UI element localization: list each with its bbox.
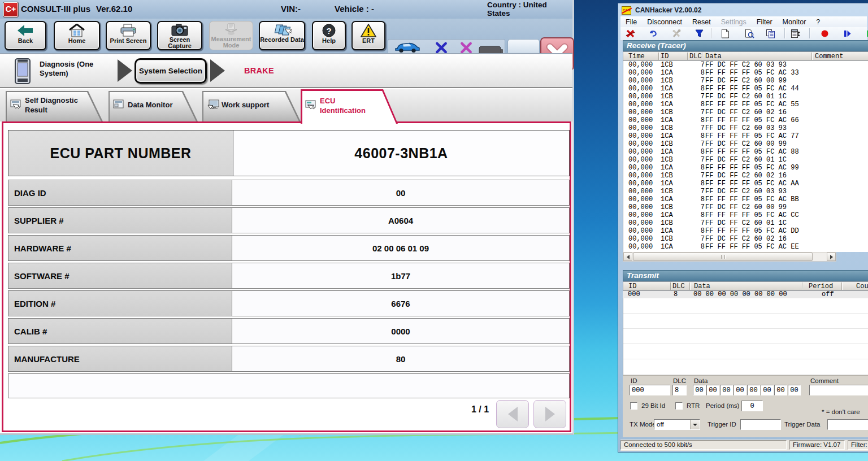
receive-row[interactable]: 00,0001CA8FF FF FF FF 05 FC AC 44 — [623, 85, 868, 93]
col-dlc[interactable]: DLC — [689, 53, 702, 60]
tx-mode-label: TX Mode — [630, 421, 656, 428]
receive-cell-data: FF DC FF C2 60 00 99 — [705, 140, 787, 148]
copy-button[interactable] — [765, 28, 776, 39]
reset-button[interactable] — [648, 28, 658, 39]
receive-row[interactable]: 00,0001CA8FF FF FF FF 05 FC AC CC — [623, 211, 868, 219]
receive-row[interactable]: 00,0001CB7FF DC FF C2 60 03 93 — [623, 124, 868, 132]
receive-row[interactable]: 00,0001CA8FF FF FF FF 05 FC AC 99 — [623, 164, 868, 172]
period-input[interactable] — [741, 401, 763, 411]
receive-row[interactable]: 00,0001CA8FF FF FF FF 05 FC AC 77 — [623, 132, 868, 140]
menu-item-filter[interactable]: Filter — [752, 18, 778, 26]
receive-row[interactable]: 00,0001CA8FF FF FF FF 05 FC AC BB — [623, 195, 868, 203]
receive-row[interactable]: 00,0001CB7FF DC FF C2 60 01 1C — [623, 93, 868, 101]
recorded-data-button[interactable]: Recorded Data — [259, 21, 305, 50]
col-id[interactable]: ID — [628, 282, 636, 290]
menu-item-monitor[interactable]: Monitor — [778, 18, 811, 26]
transmit-row[interactable]: 000 8 00 00 00 00 00 00 00 00 off — [623, 291, 868, 298]
tab-work-support[interactable]: Work support — [202, 91, 301, 121]
toolbar-separator — [711, 28, 711, 38]
step-play-icon — [843, 29, 852, 38]
menu-item-file[interactable]: File — [620, 18, 642, 26]
print-screen-button[interactable]: Print Screen — [106, 21, 151, 50]
tab-self-diagnostic-result[interactable]: Self Diagnostic Result — [6, 91, 103, 121]
scroll-left-button[interactable] — [623, 253, 632, 261]
canhacker-title: CANHacker V2.00.02 — [635, 6, 701, 14]
home-label: Home — [55, 38, 99, 44]
col-comment[interactable]: Comment — [815, 53, 843, 60]
tx-data-byte-input[interactable] — [774, 385, 787, 395]
receive-row[interactable]: 00,0001CA8FF FF FF FF 05 FC AC 66 — [623, 116, 868, 124]
receive-row[interactable]: 00,0001CA8FF FF FF FF 05 FC AC 55 — [623, 101, 868, 108]
scrollbar-thumb[interactable] — [633, 253, 813, 261]
col-id[interactable]: ID — [661, 53, 669, 60]
receive-cell-data: FF FF FF FF 05 FC AC DD — [705, 227, 799, 235]
disconnect-button[interactable] — [625, 28, 636, 39]
receive-row[interactable]: 00,0001CA8FF FF FF FF 05 FC AC EE — [623, 243, 868, 251]
tx-data-byte-input[interactable] — [788, 385, 801, 395]
receive-row[interactable]: 00,0001CB7FF DC FF C2 60 01 1C — [623, 219, 868, 227]
col-period[interactable]: Period — [809, 282, 833, 290]
receive-row[interactable]: 00,0001CB7FF DC FF C2 60 03 93 — [623, 61, 868, 69]
receive-row[interactable]: 00,0001CA8FF FF FF FF 05 FC AC DD — [623, 227, 868, 235]
dropdown-button[interactable] — [690, 420, 700, 429]
tx-mode-dropdown[interactable]: off — [654, 419, 700, 430]
receive-row[interactable]: 00,0001CB7FF DC FF C2 60 02 16 — [623, 108, 868, 116]
ert-button[interactable]: ERT — [351, 21, 385, 50]
tx-dlc-input[interactable] — [672, 385, 687, 395]
menu-item-disconnect[interactable]: Disconnect — [642, 18, 687, 26]
scroll-right-button[interactable] — [827, 253, 836, 261]
system-selection-button[interactable]: System Selection — [134, 58, 207, 84]
trigger-id-input[interactable] — [740, 419, 781, 430]
tab-data-monitor[interactable]: Data Monitor — [108, 91, 198, 121]
step-button[interactable] — [842, 28, 853, 39]
record-button[interactable] — [819, 28, 830, 39]
tx-data-byte-input[interactable] — [761, 385, 774, 395]
home-button[interactable]: Home — [54, 21, 100, 50]
filter-button[interactable] — [694, 28, 705, 39]
receive-cell-time: 00,000 — [628, 219, 653, 227]
29bit-id-checkbox[interactable] — [630, 402, 637, 410]
screen-capture-button[interactable]: Screen Capture — [157, 21, 202, 50]
col-time[interactable]: Time — [628, 53, 645, 60]
tx-comment-input[interactable] — [809, 385, 868, 395]
back-button[interactable]: Back — [5, 21, 46, 50]
col-data[interactable]: Data — [705, 53, 722, 60]
rtr-checkbox[interactable] — [675, 402, 683, 410]
menu-item-reset[interactable]: Reset — [687, 18, 716, 26]
tx-id-input[interactable] — [630, 385, 670, 395]
receive-row[interactable]: 00,0001CB7FF DC FF C2 60 02 16 — [623, 235, 868, 243]
receive-row[interactable]: 00,0001CA8FF FF FF FF 05 FC AC 88 — [623, 148, 868, 156]
previous-page-button[interactable] — [496, 400, 529, 428]
receive-row[interactable]: 00,0001CB7FF DC FF C2 60 02 16 — [623, 172, 868, 180]
tx-data-byte-input[interactable] — [693, 385, 706, 395]
receive-row[interactable]: 00,0001CA8FF FF FF FF 05 FC AC AA — [623, 180, 868, 188]
col-data[interactable]: Data — [694, 282, 710, 290]
receive-cell-dlc: 8 — [693, 116, 705, 124]
receive-cell-data: FF DC FF C2 60 03 93 — [705, 61, 787, 69]
help-button[interactable]: ? Help — [312, 21, 346, 50]
ecu-table-row: DIAG ID00 — [8, 180, 570, 206]
tx-data-byte-input[interactable] — [747, 385, 760, 395]
start-button[interactable] — [865, 28, 868, 39]
monitor-settings-button[interactable] — [790, 28, 801, 39]
receive-cell-id: 1CB — [661, 77, 673, 85]
print-preview-button[interactable] — [744, 28, 755, 39]
col-dlc[interactable]: DLC — [672, 282, 685, 290]
menu-item-help[interactable]: ? — [811, 18, 825, 26]
receive-row[interactable]: 00,0001CB7FF DC FF C2 60 00 99 — [623, 140, 868, 148]
breadcrumb: Diagnosis (One System) System Selection … — [0, 53, 572, 88]
receive-hscrollbar[interactable] — [623, 252, 836, 262]
tx-data-byte-input[interactable] — [706, 385, 719, 395]
tab-ecu-identification[interactable]: ECU Identification — [301, 89, 398, 124]
receive-row[interactable]: 00,0001CB7FF DC FF C2 60 00 99 — [623, 203, 868, 211]
receive-row[interactable]: 00,0001CB7FF DC FF C2 60 03 93 — [623, 188, 868, 195]
tx-data-byte-input[interactable] — [734, 385, 747, 395]
tx-data-byte-input[interactable] — [720, 385, 733, 395]
next-page-button[interactable] — [533, 400, 566, 428]
receive-row[interactable]: 00,0001CB7FF DC FF C2 60 00 99 — [623, 77, 868, 85]
receive-row[interactable]: 00,0001CB7FF DC FF C2 60 01 1C — [623, 156, 868, 164]
receive-row[interactable]: 00,0001CA8FF FF FF FF 05 FC AC 33 — [623, 69, 868, 77]
new-file-button[interactable] — [720, 28, 731, 39]
col-count[interactable]: Count — [856, 282, 868, 290]
trigger-data-input[interactable] — [827, 419, 868, 430]
